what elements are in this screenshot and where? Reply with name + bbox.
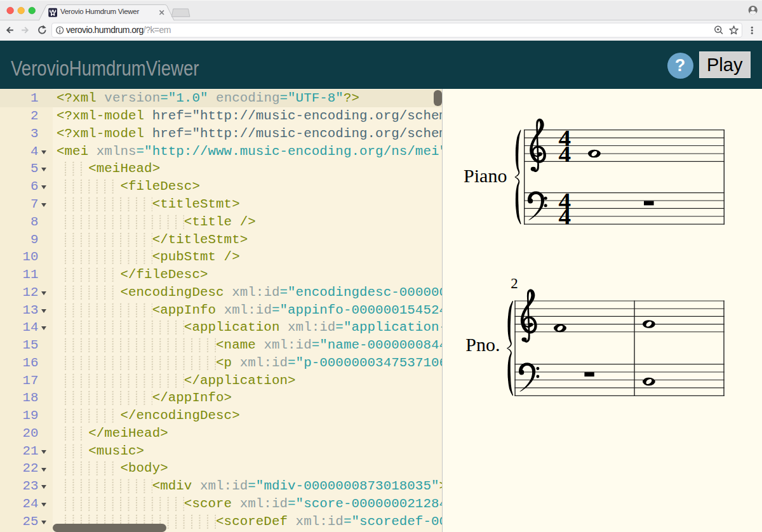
svg-text:4: 4 [559,141,572,167]
svg-text:Pno.: Pno. [466,334,500,355]
svg-text:Piano: Piano [464,165,507,186]
svg-text:2: 2 [511,276,519,291]
svg-text:4: 4 [559,203,572,229]
